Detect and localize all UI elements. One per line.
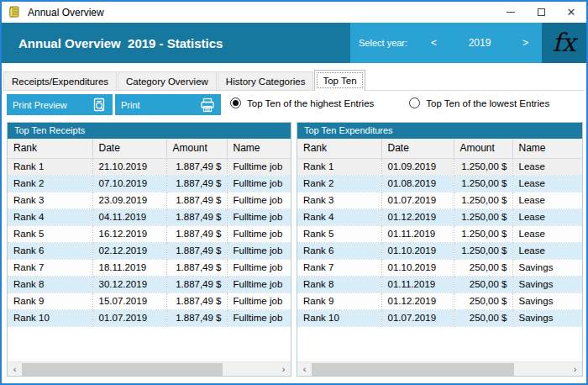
table-cell: 1.887,49 $ xyxy=(166,242,227,259)
expenditures-panel-title: Top Ten Expenditures xyxy=(297,123,582,139)
minimize-button[interactable] xyxy=(496,2,526,23)
table-cell: Rank 6 xyxy=(8,242,92,259)
radio-lowest-entries[interactable]: Top Ten of the lowest Entries xyxy=(409,98,549,108)
tab-category-overview[interactable]: Category Overview xyxy=(118,71,217,90)
column-header[interactable]: Date xyxy=(381,139,454,158)
expenditures-header-row: RankDateAmountName xyxy=(297,139,582,158)
table-row[interactable]: Rank 601.10.20191.250,00 $Lease xyxy=(297,242,582,259)
table-cell: 1.887,49 $ xyxy=(166,225,227,242)
table-cell: 250,00 $ xyxy=(454,309,512,326)
table-cell: 16.12.2019 xyxy=(92,225,166,242)
table-row[interactable]: Rank 830.12.20191.887,49 $Fulltime job xyxy=(8,276,291,293)
year-selector: Select year: < 2019 > xyxy=(350,23,542,63)
page-header: Annual Overview 2019 - Statistics Select… xyxy=(2,23,586,63)
receipts-horizontal-scrollbar[interactable]: ‹ › xyxy=(8,361,291,376)
table-row[interactable]: Rank 801.11.2019250,00 $Savings xyxy=(297,276,582,293)
table-row[interactable]: Rank 915.07.20191.887,49 $Fulltime job xyxy=(8,293,291,309)
scroll-left-icon[interactable]: ‹ xyxy=(297,362,312,377)
table-row[interactable]: Rank 501.11.20191.250,00 $Lease xyxy=(297,225,582,242)
table-cell: Fulltime job xyxy=(227,293,291,309)
table-row[interactable]: Rank 323.09.20191.887,49 $Fulltime job xyxy=(8,192,291,208)
column-header[interactable]: Rank xyxy=(297,139,381,158)
radio-lowest-label: Top Ten of the lowest Entries xyxy=(426,98,549,108)
table-row[interactable]: Rank 901.12.2019250,00 $Savings xyxy=(297,293,582,309)
table-cell: 250,00 $ xyxy=(454,293,512,309)
table-row[interactable]: Rank 718.11.20191.887,49 $Fulltime job xyxy=(8,259,291,276)
table-row[interactable]: Rank 121.10.20191.887,49 $Fulltime job xyxy=(8,158,291,175)
tab-strip: Receipts/Expenditures Category Overview … xyxy=(3,70,585,91)
table-cell: 01.08.2019 xyxy=(381,175,454,192)
column-header[interactable]: Date xyxy=(92,139,166,158)
table-cell: Fulltime job xyxy=(227,158,291,175)
table-cell: Rank 3 xyxy=(297,192,381,208)
table-cell: 23.09.2019 xyxy=(92,192,166,208)
table-cell: Rank 2 xyxy=(297,175,381,192)
expenditures-panel: Top Ten Expenditures RankDateAmountName … xyxy=(297,122,583,377)
column-header[interactable]: Amount xyxy=(454,139,512,158)
table-cell: Rank 5 xyxy=(8,225,92,242)
table-cell: 01.12.2019 xyxy=(381,208,454,225)
print-button[interactable]: Print xyxy=(115,94,221,115)
table-row[interactable]: Rank 404.11.20191.887,49 $Fulltime job xyxy=(8,208,291,225)
next-year-button[interactable]: > xyxy=(522,37,528,49)
scroll-right-icon[interactable]: › xyxy=(568,362,582,377)
receipts-empty-area xyxy=(8,327,291,362)
table-cell: Lease xyxy=(512,158,582,175)
table-cell: Fulltime job xyxy=(227,225,291,242)
scroll-left-icon[interactable]: ‹ xyxy=(8,362,22,377)
table-cell: 01.11.2019 xyxy=(381,276,454,293)
table-row[interactable]: Rank 602.12.20191.887,49 $Fulltime job xyxy=(8,242,291,259)
radio-highest-entries[interactable]: Top Ten of the highest Entries xyxy=(230,98,374,108)
table-cell: Fulltime job xyxy=(227,276,291,293)
table-row[interactable]: Rank 301.07.20191.250,00 $Lease xyxy=(297,192,582,208)
table-cell: Rank 9 xyxy=(297,293,381,309)
table-cell: 1.887,49 $ xyxy=(166,192,227,208)
table-row[interactable]: Rank 207.10.20191.887,49 $Fulltime job xyxy=(8,175,291,192)
table-cell: 250,00 $ xyxy=(454,259,512,276)
table-row[interactable]: Rank 701.10.2019250,00 $Savings xyxy=(297,259,582,276)
table-row[interactable]: Rank 101.09.20191.250,00 $Lease xyxy=(297,158,582,175)
column-header[interactable]: Name xyxy=(227,139,291,158)
table-cell: 01.12.2019 xyxy=(381,293,454,309)
print-label: Print xyxy=(121,100,140,110)
top-ten-mode-radios: Top Ten of the highest Entries Top Ten o… xyxy=(230,98,549,108)
column-header[interactable]: Amount xyxy=(166,139,227,158)
table-cell: Fulltime job xyxy=(227,192,291,208)
scrollbar-thumb[interactable] xyxy=(22,363,223,376)
close-button[interactable]: ✕ xyxy=(556,2,586,23)
table-cell: 01.07.2019 xyxy=(381,309,454,326)
table-row[interactable]: Rank 1001.07.2019250,00 $Savings xyxy=(297,309,582,326)
table-cell: 1.250,00 $ xyxy=(454,175,512,192)
expenditures-horizontal-scrollbar[interactable]: ‹ › xyxy=(297,361,582,376)
table-cell: 01.07.2019 xyxy=(92,309,166,326)
table-cell: 01.10.2019 xyxy=(381,259,454,276)
annual-overview-window: { "window": { "title": "Annual Overview"… xyxy=(0,0,588,385)
receipts-panel: Top Ten Receipts RankDateAmountName Rank… xyxy=(7,122,291,377)
fx-button[interactable]: fx xyxy=(542,23,586,63)
table-cell: 1.887,49 $ xyxy=(166,309,227,326)
table-row[interactable]: Rank 201.08.20191.250,00 $Lease xyxy=(297,175,582,192)
maximize-button[interactable] xyxy=(526,2,556,23)
tab-receipts-expenditures[interactable]: Receipts/Expenditures xyxy=(3,71,117,90)
receipts-header-row: RankDateAmountName xyxy=(8,139,291,158)
table-cell: 250,00 $ xyxy=(454,276,512,293)
tab-top-ten[interactable]: Top Ten xyxy=(314,70,365,91)
column-header[interactable]: Name xyxy=(512,139,582,158)
tab-history-categories[interactable]: History Categories xyxy=(218,71,314,90)
toolbar: Print Preview Print Top Ten of the highe… xyxy=(2,94,586,115)
table-row[interactable]: Rank 401.12.20191.250,00 $Lease xyxy=(297,208,582,225)
previous-year-button[interactable]: < xyxy=(431,37,437,49)
column-header[interactable]: Rank xyxy=(8,139,92,158)
table-cell: 01.07.2019 xyxy=(381,192,454,208)
radio-selected-icon xyxy=(230,98,241,108)
table-row[interactable]: Rank 516.12.20191.887,49 $Fulltime job xyxy=(8,225,291,242)
table-row[interactable]: Rank 1001.07.20191.887,49 $Fulltime job xyxy=(8,309,291,326)
table-cell: 1.887,49 $ xyxy=(166,276,227,293)
scroll-right-icon[interactable]: › xyxy=(276,362,291,377)
print-preview-button[interactable]: Print Preview xyxy=(7,94,113,115)
table-cell: 18.11.2019 xyxy=(92,259,166,276)
table-cell: 01.10.2019 xyxy=(381,242,454,259)
scrollbar-thumb[interactable] xyxy=(312,363,514,376)
expenditures-empty-area xyxy=(297,327,582,362)
table-cell: Rank 7 xyxy=(8,259,92,276)
